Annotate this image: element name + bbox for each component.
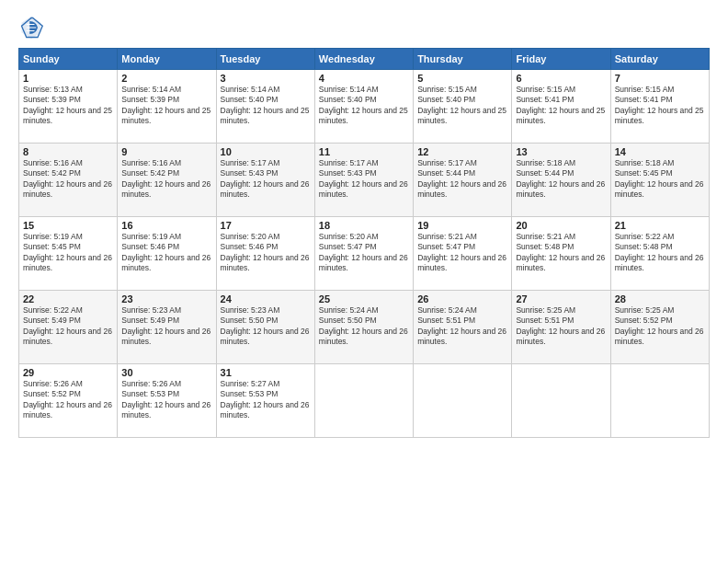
day-info: Sunrise: 5:14 AM Sunset: 5:40 PM Dayligh…	[319, 85, 409, 127]
day-number: 14	[615, 146, 705, 157]
day-info: Sunrise: 5:26 AM Sunset: 5:52 PM Dayligh…	[23, 379, 113, 421]
calendar-day-cell: 6 Sunrise: 5:15 AM Sunset: 5:41 PM Dayli…	[512, 70, 610, 144]
calendar-week-row: 22 Sunrise: 5:22 AM Sunset: 5:49 PM Dayl…	[19, 291, 710, 364]
weekday-header-monday: Monday	[118, 49, 216, 70]
day-info: Sunrise: 5:25 AM Sunset: 5:51 PM Dayligh…	[516, 305, 606, 348]
day-number: 17	[221, 220, 311, 231]
weekday-header-sunday: Sunday	[19, 49, 118, 70]
day-info: Sunrise: 5:14 AM Sunset: 5:40 PM Dayligh…	[221, 85, 311, 127]
calendar-day-cell: 13 Sunrise: 5:18 AM Sunset: 5:44 PM Dayl…	[512, 144, 610, 217]
day-info: Sunrise: 5:24 AM Sunset: 5:50 PM Dayligh…	[319, 305, 409, 348]
day-info: Sunrise: 5:18 AM Sunset: 5:45 PM Dayligh…	[615, 158, 705, 201]
calendar-day-cell: 29 Sunrise: 5:26 AM Sunset: 5:52 PM Dayl…	[19, 364, 118, 438]
calendar-week-row: 15 Sunrise: 5:19 AM Sunset: 5:45 PM Dayl…	[19, 217, 710, 291]
day-number: 15	[23, 220, 113, 231]
page: SundayMondayTuesdayWednesdayThursdayFrid…	[0, 0, 728, 563]
calendar-day-cell: 3 Sunrise: 5:14 AM Sunset: 5:40 PM Dayli…	[216, 70, 314, 144]
day-number: 7	[615, 73, 705, 84]
calendar-day-cell: 10 Sunrise: 5:17 AM Sunset: 5:43 PM Dayl…	[216, 144, 314, 217]
weekday-header-row: SundayMondayTuesdayWednesdayThursdayFrid…	[19, 49, 710, 70]
day-info: Sunrise: 5:16 AM Sunset: 5:42 PM Dayligh…	[121, 158, 211, 201]
calendar-week-row: 29 Sunrise: 5:26 AM Sunset: 5:52 PM Dayl…	[19, 364, 710, 438]
calendar-day-cell: 16 Sunrise: 5:19 AM Sunset: 5:46 PM Dayl…	[118, 217, 216, 291]
calendar-day-cell: 20 Sunrise: 5:21 AM Sunset: 5:48 PM Dayl…	[512, 217, 610, 291]
day-info: Sunrise: 5:17 AM Sunset: 5:44 PM Dayligh…	[417, 158, 507, 201]
day-number: 2	[121, 73, 211, 84]
weekday-header-thursday: Thursday	[414, 49, 512, 70]
calendar-day-cell: 5 Sunrise: 5:15 AM Sunset: 5:40 PM Dayli…	[414, 70, 512, 144]
day-number: 8	[23, 146, 113, 157]
day-info: Sunrise: 5:19 AM Sunset: 5:46 PM Dayligh…	[121, 232, 211, 274]
day-number: 9	[121, 146, 211, 157]
header	[18, 15, 710, 40]
calendar-day-cell: 30 Sunrise: 5:26 AM Sunset: 5:53 PM Dayl…	[118, 364, 216, 438]
day-info: Sunrise: 5:20 AM Sunset: 5:46 PM Dayligh…	[221, 232, 311, 274]
day-number: 13	[516, 146, 606, 157]
day-number: 5	[417, 73, 507, 84]
calendar-day-cell: 26 Sunrise: 5:24 AM Sunset: 5:51 PM Dayl…	[414, 291, 512, 364]
day-info: Sunrise: 5:17 AM Sunset: 5:43 PM Dayligh…	[221, 158, 311, 201]
day-info: Sunrise: 5:15 AM Sunset: 5:41 PM Dayligh…	[516, 85, 606, 127]
day-number: 10	[221, 146, 311, 157]
weekday-header-tuesday: Tuesday	[216, 49, 314, 70]
calendar-day-cell: 8 Sunrise: 5:16 AM Sunset: 5:42 PM Dayli…	[19, 144, 118, 217]
calendar-day-cell: 9 Sunrise: 5:16 AM Sunset: 5:42 PM Dayli…	[118, 144, 216, 217]
calendar-day-cell: 22 Sunrise: 5:22 AM Sunset: 5:49 PM Dayl…	[19, 291, 118, 364]
calendar-day-cell: 31 Sunrise: 5:27 AM Sunset: 5:53 PM Dayl…	[216, 364, 314, 438]
day-number: 21	[615, 220, 705, 231]
calendar-day-cell: 2 Sunrise: 5:14 AM Sunset: 5:39 PM Dayli…	[118, 70, 216, 144]
day-number: 23	[121, 293, 211, 304]
day-info: Sunrise: 5:21 AM Sunset: 5:47 PM Dayligh…	[417, 232, 507, 274]
day-info: Sunrise: 5:15 AM Sunset: 5:40 PM Dayligh…	[417, 85, 507, 127]
day-info: Sunrise: 5:18 AM Sunset: 5:44 PM Dayligh…	[516, 158, 606, 201]
day-info: Sunrise: 5:21 AM Sunset: 5:48 PM Dayligh…	[516, 232, 606, 274]
day-info: Sunrise: 5:17 AM Sunset: 5:43 PM Dayligh…	[319, 158, 409, 201]
day-number: 11	[319, 146, 409, 157]
calendar-day-cell: 7 Sunrise: 5:15 AM Sunset: 5:41 PM Dayli…	[610, 70, 709, 144]
day-number: 27	[516, 293, 606, 304]
day-info: Sunrise: 5:23 AM Sunset: 5:50 PM Dayligh…	[221, 305, 311, 348]
day-number: 3	[221, 73, 311, 84]
day-info: Sunrise: 5:22 AM Sunset: 5:48 PM Dayligh…	[615, 232, 705, 274]
calendar-day-cell: 24 Sunrise: 5:23 AM Sunset: 5:50 PM Dayl…	[216, 291, 314, 364]
day-info: Sunrise: 5:16 AM Sunset: 5:42 PM Dayligh…	[23, 158, 113, 201]
calendar-day-cell: 12 Sunrise: 5:17 AM Sunset: 5:44 PM Dayl…	[414, 144, 512, 217]
day-info: Sunrise: 5:20 AM Sunset: 5:47 PM Dayligh…	[319, 232, 409, 274]
day-number: 20	[516, 220, 606, 231]
weekday-header-wednesday: Wednesday	[314, 49, 413, 70]
day-number: 1	[23, 73, 113, 84]
calendar-day-cell: 15 Sunrise: 5:19 AM Sunset: 5:45 PM Dayl…	[19, 217, 118, 291]
logo-icon	[18, 15, 44, 40]
calendar-week-row: 1 Sunrise: 5:13 AM Sunset: 5:39 PM Dayli…	[19, 70, 710, 144]
calendar-day-cell: 11 Sunrise: 5:17 AM Sunset: 5:43 PM Dayl…	[314, 144, 413, 217]
day-info: Sunrise: 5:14 AM Sunset: 5:39 PM Dayligh…	[121, 85, 211, 127]
day-number: 4	[319, 73, 409, 84]
day-number: 30	[121, 367, 211, 378]
calendar-day-cell: 23 Sunrise: 5:23 AM Sunset: 5:49 PM Dayl…	[118, 291, 216, 364]
day-info: Sunrise: 5:22 AM Sunset: 5:49 PM Dayligh…	[23, 305, 113, 348]
day-number: 18	[319, 220, 409, 231]
day-number: 28	[615, 293, 705, 304]
day-number: 24	[221, 293, 311, 304]
day-info: Sunrise: 5:27 AM Sunset: 5:53 PM Dayligh…	[221, 379, 311, 421]
calendar-day-cell	[610, 364, 709, 438]
day-info: Sunrise: 5:23 AM Sunset: 5:49 PM Dayligh…	[121, 305, 211, 348]
day-number: 26	[417, 293, 507, 304]
day-info: Sunrise: 5:26 AM Sunset: 5:53 PM Dayligh…	[121, 379, 211, 421]
calendar-day-cell: 18 Sunrise: 5:20 AM Sunset: 5:47 PM Dayl…	[314, 217, 413, 291]
calendar-table: SundayMondayTuesdayWednesdayThursdayFrid…	[18, 48, 710, 438]
day-number: 16	[121, 220, 211, 231]
calendar-day-cell: 1 Sunrise: 5:13 AM Sunset: 5:39 PM Dayli…	[19, 70, 118, 144]
day-number: 19	[417, 220, 507, 231]
calendar-day-cell	[414, 364, 512, 438]
calendar-week-row: 8 Sunrise: 5:16 AM Sunset: 5:42 PM Dayli…	[19, 144, 710, 217]
day-number: 29	[23, 367, 113, 378]
calendar-day-cell: 28 Sunrise: 5:25 AM Sunset: 5:52 PM Dayl…	[610, 291, 709, 364]
day-info: Sunrise: 5:15 AM Sunset: 5:41 PM Dayligh…	[615, 85, 705, 127]
calendar-day-cell: 4 Sunrise: 5:14 AM Sunset: 5:40 PM Dayli…	[314, 70, 413, 144]
day-info: Sunrise: 5:13 AM Sunset: 5:39 PM Dayligh…	[23, 85, 113, 127]
day-number: 31	[221, 367, 311, 378]
weekday-header-saturday: Saturday	[610, 49, 709, 70]
calendar-day-cell	[512, 364, 610, 438]
day-number: 22	[23, 293, 113, 304]
